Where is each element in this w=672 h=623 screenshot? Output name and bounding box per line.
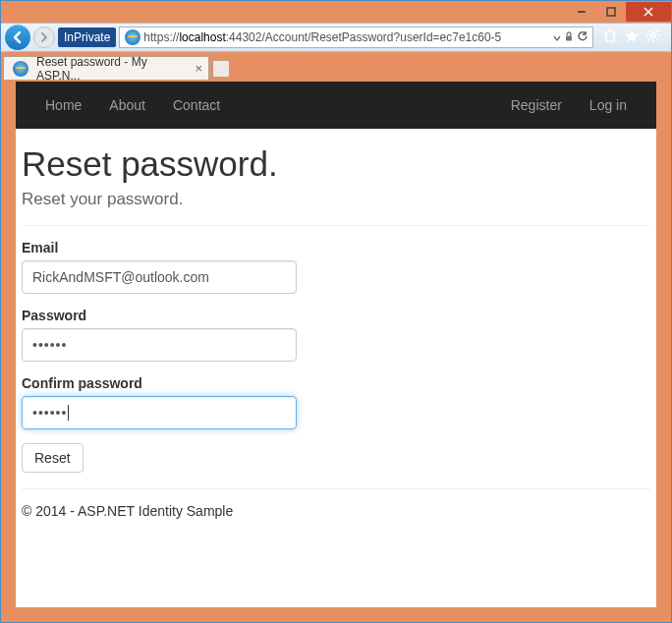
svg-point-5 [651, 33, 656, 38]
url-host: localhost [179, 30, 225, 44]
close-button[interactable] [626, 2, 671, 22]
address-bar-controls [551, 28, 590, 46]
maximize-button[interactable] [596, 2, 626, 22]
new-tab-button[interactable] [212, 60, 230, 78]
toolbar-right-icons [596, 28, 667, 47]
minimize-button[interactable] [567, 2, 596, 22]
inprivate-badge: InPrivate [58, 28, 116, 47]
email-input[interactable] [22, 260, 297, 294]
footer-text: © 2014 - ASP.NET Identity Sample [22, 489, 650, 533]
nav-contact[interactable]: Contact [173, 97, 220, 113]
browser-tab[interactable]: Reset password - My ASP.N... × [3, 56, 209, 80]
reset-button[interactable]: Reset [22, 443, 84, 473]
svg-line-10 [648, 30, 650, 32]
svg-rect-4 [566, 36, 572, 41]
back-button[interactable] [5, 25, 30, 50]
confirm-value: •••••• [32, 405, 67, 421]
page-title: Reset password. [22, 144, 650, 184]
url-scheme: https:// [143, 30, 179, 44]
email-label: Email [22, 240, 650, 255]
ie-tab-icon [13, 61, 28, 77]
address-bar[interactable]: https://localhost:44302/Account/ResetPas… [119, 27, 593, 48]
password-label: Password [22, 308, 650, 323]
ie-page-icon [125, 29, 140, 45]
confirm-password-input[interactable]: •••••• [22, 396, 297, 429]
password-group: Password •••••• [22, 308, 650, 362]
url-text: https://localhost:44302/Account/ResetPas… [143, 30, 551, 44]
svg-rect-1 [607, 8, 615, 16]
nav-home[interactable]: Home [45, 97, 82, 113]
window-titlebar [1, 1, 671, 23]
confirm-group: Confirm password •••••• [22, 375, 650, 429]
nav-register[interactable]: Register [511, 97, 562, 113]
forward-button[interactable] [33, 27, 55, 48]
nav-about[interactable]: About [109, 97, 145, 113]
nav-left: Home About Contact [45, 97, 220, 113]
password-input[interactable]: •••••• [22, 328, 297, 362]
svg-line-11 [656, 38, 658, 40]
url-path: :44302/Account/ResetPassword?userId=ec7e… [226, 30, 502, 44]
email-group: Email [22, 240, 650, 294]
dropdown-icon[interactable] [553, 28, 561, 46]
svg-line-13 [656, 30, 658, 32]
browser-nav-toolbar: InPrivate https://localhost:44302/Accoun… [1, 23, 671, 52]
page-viewport: Home About Contact Register Log in Reset… [16, 82, 656, 607]
divider [22, 225, 650, 226]
lock-icon[interactable] [563, 28, 575, 46]
nav-right: Register Log in [511, 97, 627, 113]
tab-title: Reset password - My ASP.N... [36, 55, 186, 83]
site-navbar: Home About Contact Register Log in [16, 82, 656, 129]
settings-icon[interactable] [645, 28, 661, 47]
favorites-icon[interactable] [624, 28, 640, 47]
svg-line-12 [648, 38, 650, 40]
page-content: Reset password. Reset your password. Ema… [16, 129, 656, 533]
home-icon[interactable] [602, 28, 618, 47]
confirm-label: Confirm password [22, 375, 650, 391]
tab-close-icon[interactable]: × [195, 61, 202, 76]
text-cursor [68, 405, 69, 421]
refresh-icon[interactable] [577, 28, 588, 46]
page-subtitle: Reset your password. [22, 190, 650, 209]
nav-login[interactable]: Log in [589, 97, 627, 113]
tab-strip: Reset password - My ASP.N... × [1, 52, 671, 80]
browser-window: InPrivate https://localhost:44302/Accoun… [0, 0, 672, 623]
